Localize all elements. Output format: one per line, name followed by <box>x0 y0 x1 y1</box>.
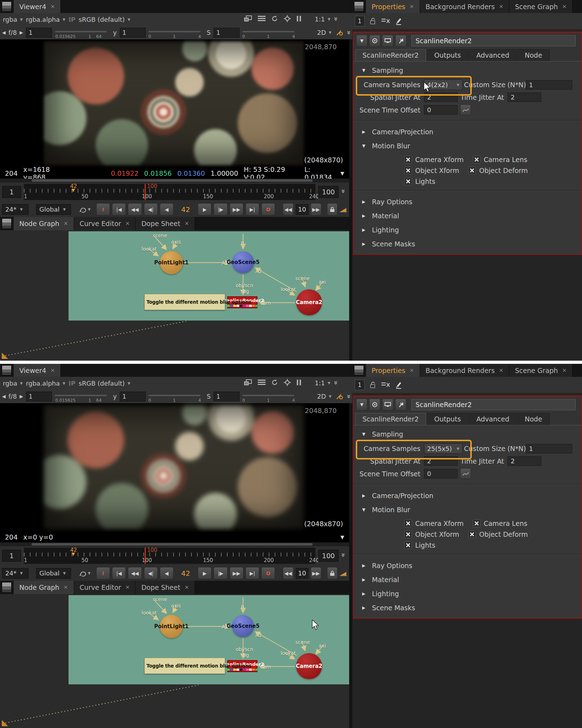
close-icon[interactable]: ✕ <box>410 4 414 10</box>
node-name-input[interactable]: ScanlineRender2 <box>411 399 576 410</box>
prev-keyframe-button[interactable]: ◀◀ <box>128 567 142 579</box>
play-button[interactable]: ▶ <box>198 567 211 579</box>
tab-advanced[interactable]: Advanced <box>469 413 517 425</box>
nodegraph-area[interactable]: PointLight1 GeoScene5 Camera2 ScanlineRe… <box>0 230 349 361</box>
section-scene-masks[interactable]: ▶Scene Masks <box>354 600 581 614</box>
stereo-views-icon[interactable] <box>244 15 252 22</box>
time-jitter-input[interactable]: 2 <box>508 92 541 102</box>
tab-background-renders[interactable]: Background Renders✕ <box>420 0 510 13</box>
tab-dope-sheet[interactable]: Dope Sheet✕ <box>136 217 195 230</box>
lock-open-icon[interactable] <box>370 18 376 25</box>
pane-layout-icon[interactable] <box>354 365 364 375</box>
playhead-line[interactable] <box>145 548 146 564</box>
checkbox-camera-lens[interactable] <box>473 520 480 527</box>
colorspace-dropdown[interactable]: sRGB (default)▼ <box>79 16 130 23</box>
tab-background-renders[interactable]: Background Renders✕ <box>420 364 510 377</box>
close-all-panels-icon[interactable] <box>381 18 390 24</box>
sticky-note[interactable]: Toggle the different motion blur options <box>144 294 225 310</box>
goto-out-button[interactable]: O <box>261 203 275 215</box>
view-mode-dropdown[interactable]: 2D▼ <box>317 29 332 36</box>
goto-start-button[interactable]: |◀ <box>112 567 126 579</box>
flipbook-ramp-icon[interactable] <box>340 570 347 576</box>
status-dropdown-icon[interactable]: ▼ <box>340 534 344 540</box>
next-arrow-icon[interactable]: ▶ <box>20 30 23 35</box>
next-keyframe-button[interactable]: ▶▶ <box>230 203 243 215</box>
tab-curve-editor[interactable]: Curve Editor✕ <box>74 581 136 594</box>
next-arrow-icon[interactable]: ▶ <box>20 394 23 399</box>
scrollbar-thumb[interactable] <box>32 179 313 182</box>
tab-curve-editor[interactable]: Curve Editor✕ <box>74 217 136 230</box>
menu-icon[interactable] <box>258 379 266 386</box>
tab-node-graph[interactable]: Node Graph✕ <box>14 217 74 230</box>
play-backward-button[interactable]: ◀ <box>160 203 174 215</box>
timeline-chevron-icon[interactable]: » <box>340 189 347 193</box>
input-process-toggle[interactable]: IP <box>68 380 76 387</box>
channels-dropdown[interactable]: rgba▼ <box>3 380 23 387</box>
current-frame-field[interactable]: 42 <box>181 205 190 214</box>
node-geoscene5[interactable]: GeoScene5 <box>232 251 254 273</box>
refresh-icon[interactable] <box>271 15 278 22</box>
gain-slider[interactable]: 0.015625 1 64 <box>55 395 107 396</box>
advanced-settings-button[interactable] <box>395 399 406 411</box>
gain-slider[interactable]: 0.015625 1 64 <box>55 31 107 32</box>
proxy-toggle-icon[interactable] <box>336 29 343 36</box>
collapse-panel-button[interactable]: ▼ <box>356 399 367 411</box>
section-sampling[interactable]: ▼Sampling <box>354 427 581 441</box>
status-dropdown-icon[interactable]: ▼ <box>340 170 344 176</box>
section-scene-masks[interactable]: ▶Scene Masks <box>354 237 581 251</box>
camera-samples-dropdown[interactable]: 25(5x5)▼ <box>424 443 463 454</box>
custom-size-input[interactable]: 1 <box>526 80 572 90</box>
pane-layout-icon[interactable] <box>2 582 12 593</box>
tab-scanlinerender2[interactable]: ScanlineRender2 <box>355 413 426 425</box>
nodegraph-canvas[interactable]: PointLight1 GeoScene5 Camera2 ScanlineRe… <box>68 231 349 321</box>
section-motion-blur[interactable]: ▼Motion Blur <box>354 138 581 153</box>
close-icon[interactable]: ✕ <box>125 584 130 591</box>
section-camera-projection[interactable]: ▶Camera/Projection <box>354 488 581 502</box>
input-process-toggle[interactable]: IP <box>68 16 76 23</box>
checkbox-object-xform[interactable] <box>404 167 412 174</box>
gamma-input[interactable]: 1 <box>120 392 146 401</box>
pane-layout-icon[interactable] <box>354 1 364 12</box>
frame-step-input[interactable]: 10 <box>296 568 309 579</box>
checkbox-lights[interactable] <box>404 178 412 185</box>
gamma-slider[interactable]: 0 1 4 <box>149 395 201 396</box>
checkbox-object-deform[interactable] <box>468 530 476 538</box>
tab-properties[interactable]: Properties✕ <box>366 364 420 377</box>
scene-time-offset-input[interactable]: 0 <box>424 469 458 478</box>
section-motion-blur[interactable]: ▼Motion Blur <box>354 502 581 516</box>
collapse-panel-button[interactable]: ▼ <box>356 35 367 47</box>
section-material[interactable]: ▶Material <box>354 208 581 223</box>
close-icon[interactable]: ✕ <box>184 584 189 591</box>
close-icon[interactable]: ✕ <box>64 220 68 227</box>
close-icon[interactable]: ✕ <box>125 220 130 227</box>
loop-mode-button[interactable]: ▼ <box>79 570 91 577</box>
gain-input[interactable]: 1 <box>26 392 52 401</box>
current-frame-marker[interactable]: ▼ <box>72 188 75 193</box>
animation-curve-button[interactable] <box>460 468 471 479</box>
node-pointlight1[interactable]: PointLight1 <box>160 615 183 638</box>
collapse-chevron-icon[interactable]: » <box>345 30 353 34</box>
tab-advanced[interactable]: Advanced <box>469 49 517 61</box>
spatial-jitter-input[interactable]: 2 <box>424 92 458 102</box>
gear-icon[interactable] <box>284 379 291 386</box>
close-icon[interactable]: ✕ <box>51 4 55 10</box>
close-icon[interactable]: ✕ <box>64 584 68 591</box>
fps-dropdown[interactable]: 24*▼ <box>2 568 28 579</box>
next-frame-button[interactable]: |▶ <box>214 567 227 579</box>
jump-back-button[interactable]: ◀◀ <box>283 203 294 215</box>
checkbox-camera-xform[interactable] <box>404 520 412 527</box>
pane-layout-icon[interactable] <box>2 365 12 375</box>
node-camera2[interactable]: Camera2 <box>296 653 322 679</box>
pause-icon[interactable] <box>296 379 301 386</box>
frame-step-input[interactable]: 10 <box>296 204 309 215</box>
pane-layout-icon[interactable] <box>2 218 12 229</box>
collapse-chevron-icon[interactable]: » <box>332 381 340 385</box>
saturation-slider[interactable]: 0 1 4 <box>242 395 294 396</box>
zoom-level-dropdown[interactable]: 1:1▼ <box>315 379 331 387</box>
node-camera2[interactable]: Camera2 <box>296 289 322 315</box>
panel-stack-count[interactable]: 1 <box>355 380 365 390</box>
close-icon[interactable]: ✕ <box>410 367 414 374</box>
gain-input[interactable]: 1 <box>26 28 52 38</box>
section-lighting[interactable]: ▶Lighting <box>354 223 581 237</box>
monitor-output-button[interactable] <box>382 35 393 47</box>
